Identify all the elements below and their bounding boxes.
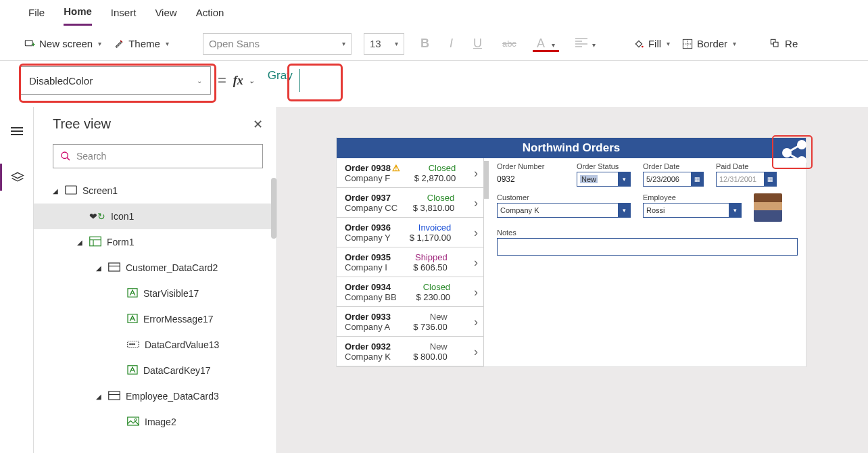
italic-button[interactable]: I bbox=[445, 37, 457, 51]
search-placeholder: Search bbox=[76, 151, 106, 162]
tree-item[interactable]: ◢Form1 bbox=[34, 229, 276, 255]
chevron-down-icon: ▾ bbox=[395, 40, 398, 47]
order-status: Shipped bbox=[413, 252, 448, 262]
menu-action[interactable]: Action bbox=[196, 7, 224, 25]
tree-item[interactable]: ◢Customer_DataCard2 bbox=[34, 255, 276, 281]
tree-item[interactable]: ◢Screen1 bbox=[34, 178, 276, 204]
gallery-scrollbar[interactable] bbox=[484, 161, 489, 199]
chevron-right-icon[interactable]: › bbox=[470, 345, 478, 359]
tree-search-input[interactable]: Search bbox=[53, 144, 263, 168]
tree-scrollbar[interactable] bbox=[271, 178, 276, 239]
employee-value: Rossi bbox=[646, 206, 665, 214]
chevron-right-icon[interactable]: › bbox=[470, 196, 478, 210]
tree-item[interactable]: ❤↻Icon1 bbox=[34, 204, 276, 229]
tree-item-icon: ❤↻ bbox=[89, 211, 105, 222]
order-status: Closed bbox=[416, 282, 450, 292]
order-status-select[interactable]: New ▾ bbox=[577, 172, 631, 187]
fill-button[interactable]: Fill ▾ bbox=[633, 38, 670, 49]
menu-home[interactable]: Home bbox=[64, 5, 92, 26]
order-item[interactable]: Order 0934Company BBClosed$ 230.00› bbox=[337, 277, 483, 307]
svg-rect-6 bbox=[66, 186, 77, 194]
chevron-down-icon: ▾ bbox=[98, 40, 101, 47]
new-screen-button[interactable]: New screen ▾ bbox=[24, 38, 101, 49]
tree-item[interactable]: ◢Employee_DataCard3 bbox=[34, 383, 276, 409]
menu-view[interactable]: View bbox=[155, 7, 176, 25]
tree-item[interactable]: Image2 bbox=[34, 409, 276, 435]
tree-toggle-icon[interactable]: ◢ bbox=[96, 393, 103, 400]
formula-input[interactable]: Gray bbox=[261, 69, 300, 92]
order-company: Company F bbox=[345, 173, 400, 183]
underline-button[interactable]: U bbox=[469, 37, 486, 51]
font-value: Open Sans bbox=[209, 38, 260, 49]
tree-toggle-icon[interactable]: ◢ bbox=[96, 264, 103, 272]
chevron-down-icon: ▾ bbox=[342, 40, 345, 47]
tree-toggle-icon[interactable]: ◢ bbox=[77, 239, 84, 246]
theme-button[interactable]: Theme ▾ bbox=[114, 38, 169, 49]
notes-input[interactable] bbox=[497, 238, 798, 256]
align-button[interactable]: ▾ bbox=[571, 37, 600, 51]
customer-select[interactable]: Company K ▾ bbox=[497, 203, 631, 218]
chevron-right-icon[interactable]: › bbox=[470, 256, 478, 270]
tree-item[interactable]: DataCardValue13 bbox=[34, 332, 276, 358]
chevron-right-icon[interactable]: › bbox=[470, 166, 478, 181]
fx-button[interactable]: fx ⌄ bbox=[233, 74, 254, 88]
bold-button[interactable]: B bbox=[416, 37, 433, 51]
order-item[interactable]: Order 0932Company KNew$ 800.00› bbox=[337, 337, 483, 366]
employee-label: Employee bbox=[643, 193, 742, 201]
reorder-icon bbox=[770, 39, 781, 49]
order-gallery[interactable]: Order 0938⚠Company FClosed$ 2,870.00›Ord… bbox=[337, 158, 484, 366]
tree-item-label: DataCardValue13 bbox=[145, 339, 219, 350]
order-item[interactable]: Order 0936Company YInvoiced$ 1,170.00› bbox=[337, 218, 483, 247]
font-selector[interactable]: Open Sans ▾ bbox=[203, 33, 352, 55]
font-size-selector[interactable]: 13 ▾ bbox=[364, 33, 404, 55]
paid-date-picker[interactable]: 12/31/2001 ▦ bbox=[716, 172, 777, 187]
order-number: Order 0932 bbox=[345, 341, 391, 352]
tree-item[interactable]: StarVisible17 bbox=[34, 281, 276, 306]
customer-label: Customer bbox=[497, 193, 631, 201]
rail-hamburger[interactable] bbox=[0, 118, 34, 145]
svg-point-19 bbox=[797, 140, 806, 149]
fill-label: Fill bbox=[648, 38, 661, 49]
tree-item-label: ErrorMessage17 bbox=[143, 314, 214, 325]
svg-rect-8 bbox=[109, 263, 120, 271]
share-icon[interactable] bbox=[780, 139, 810, 166]
rail-tree-view[interactable] bbox=[0, 164, 34, 191]
reorder-button[interactable]: Re bbox=[770, 38, 798, 49]
ribbon: New screen ▾ Theme ▾ Open Sans ▾ 13 ▾ B … bbox=[0, 27, 868, 61]
order-status: Closed bbox=[414, 163, 456, 173]
border-button[interactable]: Border ▾ bbox=[682, 38, 736, 49]
order-item[interactable]: Order 0933Company ANew$ 736.00› bbox=[337, 307, 483, 337]
strike-button[interactable]: abc bbox=[498, 39, 521, 49]
tree-item-icon bbox=[127, 288, 138, 300]
tree-item[interactable]: ErrorMessage17 bbox=[34, 306, 276, 332]
order-date-picker[interactable]: 5/23/2006 ▦ bbox=[643, 172, 704, 187]
close-icon[interactable]: ✕ bbox=[253, 117, 263, 132]
formula-bar: DisabledColor ⌄ = fx ⌄ Gray bbox=[0, 61, 868, 104]
order-item[interactable]: Order 0937Company CCClosed$ 3,810.00› bbox=[337, 188, 483, 218]
menu-insert[interactable]: Insert bbox=[111, 7, 137, 25]
order-amount: $ 1,170.00 bbox=[410, 233, 451, 243]
svg-rect-17 bbox=[128, 417, 139, 425]
employee-select[interactable]: Rossi ▾ bbox=[643, 203, 742, 218]
tree-item-icon bbox=[65, 185, 77, 197]
font-color-button[interactable]: A▾ bbox=[533, 37, 559, 51]
chevron-right-icon[interactable]: › bbox=[470, 226, 478, 240]
chevron-right-icon[interactable]: › bbox=[470, 285, 478, 300]
property-selector[interactable]: DisabledColor ⌄ bbox=[20, 66, 211, 95]
order-item[interactable]: Order 0935Company IShipped$ 606.50› bbox=[337, 247, 483, 277]
app-preview: Northwind Orders Order 0938⚠Company FClo… bbox=[337, 138, 806, 366]
chevron-right-icon[interactable]: › bbox=[470, 315, 478, 329]
tree-toggle-icon[interactable]: ◢ bbox=[53, 187, 59, 195]
svg-rect-16 bbox=[109, 391, 120, 400]
order-number: Order 0936 bbox=[345, 222, 391, 233]
svg-rect-7 bbox=[90, 237, 101, 246]
order-number-value: 0932 bbox=[497, 172, 564, 184]
calendar-icon: ▦ bbox=[764, 172, 776, 186]
menu-file[interactable]: File bbox=[28, 7, 45, 25]
order-item[interactable]: Order 0938⚠Company FClosed$ 2,870.00› bbox=[337, 158, 483, 188]
tree-item[interactable]: DataCardKey17 bbox=[34, 358, 276, 383]
theme-label: Theme bbox=[128, 38, 160, 49]
tree-item-icon bbox=[127, 314, 138, 325]
chevron-down-icon: ▾ bbox=[166, 40, 169, 47]
calendar-icon: ▦ bbox=[691, 172, 703, 186]
